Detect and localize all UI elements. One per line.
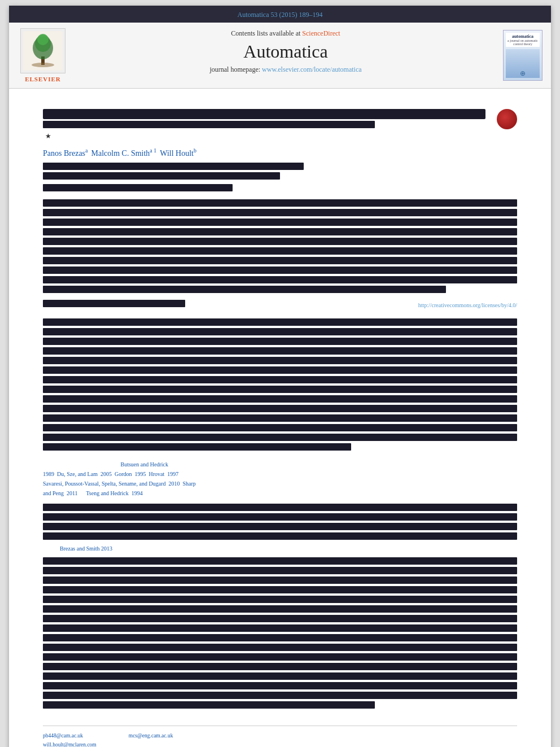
body3-line4 [43, 586, 517, 593]
body3-line5 [43, 596, 517, 603]
article-title-section: ★ [43, 109, 517, 141]
abstract-section: http://creativecommons.org/licenses/by/4… [43, 199, 517, 307]
cite-and-peng[interactable]: and Peng [43, 490, 64, 496]
body-line2 [43, 328, 517, 335]
brezas-smith-ref: Brezas and Smith 2013 [43, 545, 517, 552]
body3-line14 [43, 682, 517, 689]
elsevier-logo-image [20, 28, 65, 73]
author-will-hoult: Will Houltb [160, 147, 196, 158]
abstract-line3 [43, 219, 517, 226]
body2-line3 [43, 523, 517, 530]
open-access-badge [497, 109, 517, 129]
article-title-line2 [43, 121, 375, 128]
cite-1997[interactable]: 1997 [167, 471, 178, 477]
body-line7 [43, 376, 517, 383]
body-line14 [43, 443, 351, 451]
author-malcolm-smith: Malcolm C. Smitha 1 [91, 147, 157, 158]
abstract-line5 [43, 238, 517, 245]
article-content: ★ Panos Brezasa Malcolm C. Smitha 1 Will… [9, 89, 551, 747]
svg-point-4 [37, 34, 49, 45]
body-line4 [43, 347, 517, 355]
footnote-emails: pb448@cam.ac.uk mcs@eng.cam.ac.uk [43, 732, 517, 740]
abstract-line10 [43, 286, 446, 293]
article-info-line [43, 184, 233, 191]
abstract-line6 [43, 247, 517, 255]
cite-2010[interactable]: 2010 [168, 480, 180, 487]
body-line6 [43, 366, 517, 374]
cite-sharp[interactable]: Sharp [182, 480, 195, 487]
journal-homepage-link[interactable]: www.elsevier.com/locate/automatica [262, 65, 361, 73]
logo-left: ELSEVIER [9, 23, 77, 88]
body-line9 [43, 395, 517, 403]
cite-1989[interactable]: 1989 [43, 471, 54, 477]
cite-butsuen-hedrick[interactable]: Butsuen and Hedrick [121, 461, 168, 468]
cite-2005[interactable]: 2005 [100, 471, 112, 477]
body-intro [43, 318, 517, 451]
abstract-line2 [43, 209, 517, 216]
cc-license-link-top[interactable]: http://creativecommons.org/licenses/by/4… [418, 302, 517, 308]
abstract-header [43, 199, 517, 295]
body2-line1 [43, 504, 517, 511]
elsevier-brand: ELSEVIER [25, 76, 61, 82]
references-inline: Butsuen and Hedrick 1989 Du, Sze, and La… [43, 460, 517, 498]
affiliation-line1 [43, 163, 304, 170]
svg-point-5 [32, 63, 54, 67]
affiliations [43, 163, 517, 180]
body3-line12 [43, 663, 517, 670]
science-direct-link[interactable]: ScienceDirect [302, 29, 340, 37]
body3-line15 [43, 692, 517, 699]
body-line13 [43, 434, 517, 441]
cite-hrovat[interactable]: Hrovat [149, 471, 165, 477]
cite-brezas-smith-2013[interactable]: Brezas and Smith 2013 [60, 545, 112, 552]
authors-line: Panos Brezasa Malcolm C. Smitha 1 Will H… [43, 147, 517, 158]
science-direct-line: Contents lists available at ScienceDirec… [88, 29, 483, 38]
cite-2011[interactable]: 2011 [67, 490, 78, 496]
cite-tseng-hedrick[interactable]: Tseng and Hedrick [86, 490, 128, 496]
body3-line6 [43, 605, 517, 613]
abstract-line8 [43, 267, 517, 274]
footnote-will-email: will.hoult@mclaren.com [43, 741, 517, 747]
body3-line11 [43, 653, 517, 661]
body3-line2 [43, 567, 517, 574]
body3-line8 [43, 624, 517, 632]
body3-line3 [43, 576, 517, 584]
abstract-line4 [43, 228, 517, 235]
body-line5 [43, 357, 517, 364]
journal-homepage: journal homepage: www.elsevier.com/locat… [88, 65, 483, 74]
body3-line13 [43, 672, 517, 680]
page: Automatica 53 (2015) 189–194 ELSEVIER [9, 6, 551, 747]
body-line12 [43, 424, 517, 431]
body3-line7 [43, 615, 517, 622]
cite-1995[interactable]: 1995 [135, 471, 146, 477]
email-pb448[interactable]: pb448@cam.ac.uk [43, 733, 83, 739]
cite-du-sze-lam[interactable]: Du, Sze, and Lam [57, 471, 98, 477]
article-info [43, 184, 517, 191]
journal-center-header: Contents lists available at ScienceDirec… [77, 23, 495, 88]
cite-savaresi[interactable]: Savaresi, Poussot-Vassal, Spelta, Sename… [43, 480, 165, 487]
email-will-hoult[interactable]: will.hoult@mclaren.com [43, 742, 97, 747]
body-line10 [43, 405, 517, 412]
keywords-line [43, 300, 185, 307]
body-section3 [43, 557, 517, 709]
footnotes-section: pb448@cam.ac.uk mcs@eng.cam.ac.uk will.h… [43, 726, 517, 747]
ref-butsuen: Butsuen and Hedrick 1989 Du, Sze, and La… [43, 461, 196, 496]
body-section2 [43, 504, 517, 540]
body2-line2 [43, 513, 517, 521]
body2-line4 [43, 532, 517, 540]
abstract-line7 [43, 257, 517, 264]
cite-1994[interactable]: 1994 [132, 490, 143, 496]
journal-cover-image: automatica a journal on automatic contro… [503, 30, 542, 81]
abstract-line1 [43, 199, 517, 207]
cite-gordon[interactable]: Gordon [115, 471, 132, 477]
body-line11 [43, 414, 517, 422]
abstract-line9 [43, 276, 517, 283]
author-panos-brezas: Panos Brezasa [43, 147, 88, 158]
email-mcs[interactable]: mcs@eng.cam.ac.uk [129, 733, 173, 739]
body3-line1 [43, 557, 517, 565]
body-line3 [43, 338, 517, 345]
top-bar: Automatica 53 (2015) 189–194 [9, 6, 551, 23]
body-line8 [43, 386, 517, 393]
body-line1 [43, 318, 517, 326]
article-title-text: ★ [43, 109, 485, 141]
body3-line10 [43, 644, 517, 651]
